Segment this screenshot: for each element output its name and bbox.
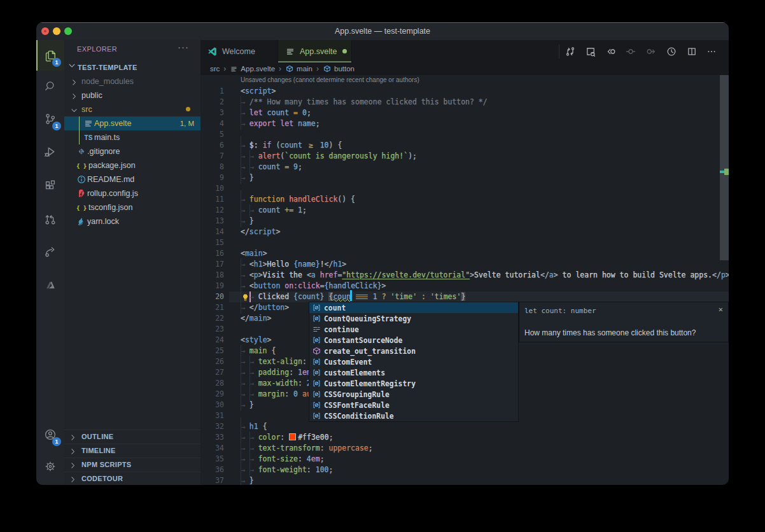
- code-line-4[interactable]: 4→export let name;: [200, 118, 729, 129]
- code-line-35[interactable]: 35→→font-size: 4em;: [200, 454, 729, 465]
- minimize-window-button[interactable]: [53, 27, 60, 35]
- code-line-18[interactable]: 18→<p>Visit the <a href="https://svelte.…: [200, 270, 729, 281]
- editor-action-next-change[interactable]: [644, 45, 658, 59]
- code-line-7[interactable]: 7→→alert(`count is dangerously high!`);: [200, 151, 729, 162]
- sidebar-section-NPM SCRIPTS[interactable]: NPM SCRIPTS: [64, 458, 200, 472]
- close-window-button[interactable]: [41, 27, 49, 35]
- activity-bar-item-accounts[interactable]: 1: [36, 419, 64, 450]
- code-line-16[interactable]: 16<main>: [200, 248, 729, 259]
- editor-action-current-change[interactable]: [624, 45, 638, 59]
- code-line-5[interactable]: 5: [200, 129, 729, 140]
- activity-bar-item-source-control[interactable]: 1: [36, 104, 64, 134]
- suggest-item-CountQueuingStrategy[interactable]: CountQueuingStrategy: [309, 313, 518, 324]
- project-root-row[interactable]: TEST-TEMPLATE: [64, 60, 200, 74]
- activity-bar-item-azure[interactable]: [36, 270, 64, 300]
- sidebar-section-CODETOUR[interactable]: CODETOUR: [64, 472, 200, 485]
- code-line-14[interactable]: 14</script>: [200, 227, 729, 237]
- line-number: 34: [200, 443, 224, 454]
- line-number: 23: [200, 324, 224, 335]
- code-line-34[interactable]: 34→→text-transform: uppercase;: [200, 443, 729, 454]
- color-swatch[interactable]: [289, 433, 296, 440]
- lightbulb-icon[interactable]: [241, 292, 249, 304]
- activity-bar-item-search[interactable]: [36, 71, 64, 102]
- tab-Welcome[interactable]: Welcome: [200, 40, 278, 62]
- code-line-12[interactable]: 12→→count += 1;: [200, 205, 729, 216]
- code-line-8[interactable]: 8→→count = 9;: [200, 162, 729, 172]
- activity-bar-item-extensions[interactable]: [36, 171, 64, 201]
- sidebar-section-TIMELINE[interactable]: TIMELINE: [64, 444, 200, 458]
- ellipsis-icon[interactable]: ···: [178, 41, 189, 52]
- code-line-33[interactable]: 33→→color: #ff3e00;: [200, 432, 729, 443]
- tree-item-label: public: [81, 88, 102, 102]
- editor-action-more-actions[interactable]: [705, 45, 719, 59]
- suggest-item-CSSGroupingRule[interactable]: CSSGroupingRule: [309, 389, 518, 400]
- editor-action-file-history[interactable]: [664, 45, 678, 59]
- tab-App.svelte[interactable]: App.svelte: [278, 40, 352, 62]
- suggest-item-CustomEvent[interactable]: CustomEvent: [309, 356, 518, 367]
- vertical-scrollbar[interactable]: [720, 75, 729, 260]
- line-number: 17: [200, 259, 224, 270]
- code-line-36[interactable]: 36→→font-weight: 100;: [200, 465, 729, 475]
- modified-dot-icon[interactable]: [342, 49, 347, 53]
- breadcrumb-item[interactable]: src: [210, 65, 220, 73]
- code-editor[interactable]: Unsaved changes (cannot determine recent…: [200, 75, 729, 485]
- code-line-2[interactable]: 2→/** How many times has someone clicked…: [200, 97, 729, 108]
- tree-item-rollup.config.js[interactable]: rollup.config.js: [64, 186, 200, 200]
- activity-bar-item-run-debug[interactable]: [36, 137, 64, 167]
- code-line-13[interactable]: 13→}: [200, 216, 729, 227]
- code-line-19[interactable]: 19→<button on:click={handleClick}>: [200, 281, 729, 291]
- suggest-item-CSSConditionRule[interactable]: CSSConditionRule: [309, 410, 518, 421]
- title-bar[interactable]: App.svelte — test-template: [36, 22, 729, 40]
- breadcrumb-item[interactable]: App.svelte: [241, 65, 275, 73]
- code-line-3[interactable]: 3→let count = 0;: [200, 108, 729, 118]
- activity-bar-item-explorer[interactable]: 1: [36, 40, 64, 71]
- suggest-item-create_out_transition[interactable]: create_out_transition: [309, 346, 518, 356]
- vscode-logo-icon: [207, 46, 218, 57]
- suggest-item-ConstantSourceNode[interactable]: ConstantSourceNode: [309, 335, 518, 346]
- activity-bar-item-pull-requests[interactable]: [36, 204, 64, 235]
- tree-item-yarn.lock[interactable]: yarn.lock: [64, 214, 200, 228]
- tree-item-README.md[interactable]: README.md: [64, 172, 200, 186]
- tree-item-node_modules[interactable]: node_modules: [64, 74, 200, 88]
- activity-bar-item-settings[interactable]: [36, 451, 64, 482]
- editor-action-split-editor[interactable]: [685, 45, 699, 59]
- tree-item-App.svelte[interactable]: App.svelte1, M: [64, 116, 200, 130]
- tree-item-tsconfig.json[interactable]: { }tsconfig.json: [64, 200, 200, 214]
- code-line-15[interactable]: 15: [200, 237, 729, 248]
- code-line-10[interactable]: 10: [200, 183, 729, 194]
- tree-item-label: main.ts: [94, 130, 120, 144]
- tree-item-public[interactable]: public: [64, 88, 200, 102]
- sidebar-section-OUTLINE[interactable]: OUTLINE: [64, 430, 200, 444]
- code-line-9[interactable]: 9→}: [200, 172, 729, 183]
- editor-action-previous-change[interactable]: [604, 45, 618, 59]
- suggest-item-customElements[interactable]: customElements: [309, 367, 518, 378]
- line-number: 16: [200, 248, 224, 259]
- suggest-item-count[interactable]: count: [309, 302, 518, 313]
- code-line-17[interactable]: 17→<h1>Hello {name}!</h1>: [200, 259, 729, 270]
- badge: 1: [52, 437, 61, 446]
- typescript-icon: TS: [83, 132, 94, 143]
- line-number: 30: [200, 400, 224, 410]
- code-line-11[interactable]: 11→function handleClick() {: [200, 194, 729, 205]
- breadcrumb-item[interactable]: button: [334, 65, 354, 73]
- tree-item-.gitignore[interactable]: .gitignore: [64, 144, 200, 158]
- code-line-6[interactable]: 6→$: if (count ≥ 10) {: [200, 140, 729, 151]
- codelens-annotation[interactable]: Unsaved changes (cannot determine recent…: [241, 76, 419, 83]
- code-line-32[interactable]: 32→h1 {: [200, 421, 729, 432]
- tree-item-package.json[interactable]: { }package.json: [64, 158, 200, 172]
- tree-item-src[interactable]: src: [64, 102, 200, 116]
- code-line-1[interactable]: 1<script>: [200, 86, 729, 97]
- suggest-keyword-icon: [311, 325, 321, 335]
- editor-action-open-changes[interactable]: [563, 45, 577, 59]
- code-line-37[interactable]: 37→}: [200, 475, 729, 486]
- suggest-item-CSSFontFaceRule[interactable]: CSSFontFaceRule: [309, 400, 518, 410]
- suggest-item-CustomElementRegistry[interactable]: CustomElementRegistry: [309, 378, 518, 389]
- editor-action-open-preview[interactable]: [584, 45, 598, 59]
- activity-bar-item-live-share[interactable]: [36, 237, 64, 267]
- close-icon[interactable]: ✕: [719, 305, 723, 314]
- breadcrumb-item[interactable]: main: [297, 65, 312, 73]
- suggest-item-continue[interactable]: continue: [309, 324, 518, 335]
- code-line-20[interactable]: 20→Clicked {count} {coun 1 ? 'time' : 't…: [200, 291, 729, 302]
- zoom-window-button[interactable]: [64, 27, 72, 35]
- tree-item-main.ts[interactable]: TSmain.ts: [64, 130, 200, 144]
